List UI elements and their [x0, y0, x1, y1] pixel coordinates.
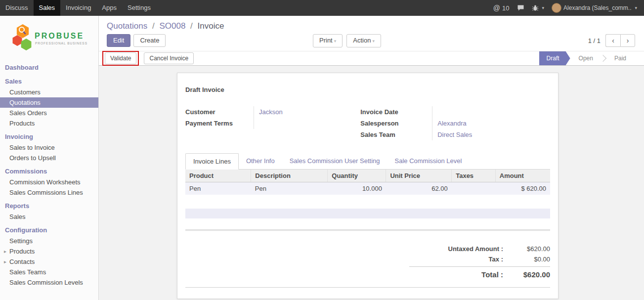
total-label: Total :: [481, 270, 503, 279]
bug-icon: [532, 4, 539, 11]
action-dropdown-button[interactable]: Action▾: [346, 34, 381, 47]
invoice-date-value[interactable]: [432, 106, 550, 118]
chevron-down-icon: ▾: [635, 5, 637, 10]
sidebar-item-settings[interactable]: Settings: [0, 236, 98, 246]
payment-terms-label: Payment Terms: [185, 118, 254, 129]
print-label: Print: [319, 37, 333, 44]
invoice-line-row[interactable]: Pen Pen 10.000 62.00 $ 620.00: [185, 182, 550, 195]
tab-sales-commission-user-setting[interactable]: Sales Commission User Setting: [282, 153, 387, 169]
sidebar-item-label: Contacts: [9, 258, 35, 265]
sidebar-item-reports-sales[interactable]: Sales: [0, 212, 98, 222]
sidebar-heading-reports[interactable]: Reports: [0, 200, 98, 212]
breadcrumb: Quotations / SO008 / Invoice: [107, 21, 224, 31]
sidebar-heading-dashboard[interactable]: Dashboard: [0, 62, 98, 73]
sidebar-item-commission-worksheets[interactable]: Commission Worksheets: [0, 177, 98, 187]
col-quantity[interactable]: Quantity: [328, 170, 386, 182]
sidebar-heading-invoicing[interactable]: Invoicing: [0, 131, 98, 142]
cell-unit-price: 62.00: [386, 182, 452, 195]
pager-next-button[interactable]: ›: [620, 34, 635, 47]
tax-label: Tax :: [489, 256, 503, 263]
sidebar-item-sales-commission-levels[interactable]: Sales Commission Levels: [0, 277, 98, 288]
invoice-date-label: Invoice Date: [360, 106, 432, 118]
sales-team-value[interactable]: Direct Sales: [432, 129, 550, 140]
sidebar-item-sales-commissions-lines[interactable]: Sales Commissions Lines: [0, 187, 98, 198]
empty-row-band: [185, 209, 550, 218]
top-navbar: Discuss Sales Invoicing Apps Settings @ …: [0, 0, 644, 16]
untaxed-amount-value: $620.00: [503, 245, 550, 253]
total-row: Total : $620.00: [409, 266, 550, 280]
breadcrumb-quotations[interactable]: Quotations: [107, 21, 147, 31]
state-draft[interactable]: Draft: [539, 51, 570, 65]
print-dropdown-button[interactable]: Print▾: [313, 34, 343, 47]
tab-sale-commission-level[interactable]: Sale Commission Level: [387, 153, 470, 169]
invoice-sheet: Draft Invoice Customer Jackson Payment T…: [177, 73, 558, 299]
state-paid[interactable]: Paid: [606, 51, 635, 65]
col-taxes[interactable]: Taxes: [452, 170, 496, 182]
cell-taxes: [452, 182, 496, 195]
chat-bubble-icon: [517, 4, 524, 11]
app-menus: Discuss Sales Invoicing Apps Settings: [0, 0, 156, 16]
customer-value[interactable]: Jackson: [254, 106, 360, 118]
validate-button[interactable]: Validate: [105, 52, 136, 64]
sidebar-item-config-contacts[interactable]: ▸ Contacts: [0, 257, 98, 267]
col-product[interactable]: Product: [185, 170, 251, 182]
sidebar-item-customers[interactable]: Customers: [0, 87, 98, 97]
mentions-button[interactable]: @ 10: [493, 4, 510, 12]
edit-button[interactable]: Edit: [107, 34, 130, 47]
logo-hexagon-green: [21, 39, 32, 50]
state-open[interactable]: Open: [570, 51, 601, 65]
col-unit-price[interactable]: Unit Price: [386, 170, 452, 182]
notebook-tabs: Invoice Lines Other Info Sales Commissio…: [185, 153, 550, 170]
annotation-highlight: Validate: [102, 51, 139, 66]
menu-settings[interactable]: Settings: [122, 0, 156, 16]
sidebar-item-quotations[interactable]: Quotations: [0, 97, 98, 108]
tab-invoice-lines[interactable]: Invoice Lines: [185, 153, 239, 170]
chevron-down-icon: ▾: [334, 39, 337, 43]
cell-description: Pen: [251, 182, 328, 195]
sidebar-item-sales-teams[interactable]: Sales Teams: [0, 267, 98, 277]
menu-sales[interactable]: Sales: [34, 0, 61, 16]
totals-block: Untaxed Amount : $620.00 Tax : $0.00 Tot…: [409, 244, 550, 280]
pager: 1 / 1 ‹ ›: [588, 34, 635, 47]
sidebar-item-orders-to-upsell[interactable]: Orders to Upsell: [0, 153, 98, 163]
breadcrumb-so008[interactable]: SO008: [159, 21, 185, 31]
sidebar-nav: Dashboard Sales Customers Quotations Sal…: [0, 62, 98, 288]
sidebar-item-config-products[interactable]: ▸ Products: [0, 246, 98, 257]
section-separator: [185, 229, 550, 231]
menu-discuss[interactable]: Discuss: [0, 0, 34, 16]
salesperson-value[interactable]: Alexandra: [432, 118, 550, 129]
logo-title: PROBUSE: [35, 32, 84, 40]
main-area: Quotations / SO008 / Invoice Edit Create…: [99, 16, 644, 300]
untaxed-amount-label: Untaxed Amount :: [448, 245, 503, 253]
menu-apps[interactable]: Apps: [96, 0, 122, 16]
col-description[interactable]: Description: [251, 170, 328, 182]
tab-other-info[interactable]: Other Info: [239, 153, 282, 169]
debug-menu-button[interactable]: ▾: [532, 4, 545, 11]
sidebar-heading-configuration[interactable]: Configuration: [0, 224, 98, 236]
sidebar-heading-sales[interactable]: Sales: [0, 76, 98, 87]
topbar-systray: @ 10 ▾ Alexandra (Sales_comm.. ▾: [493, 0, 644, 16]
messages-button[interactable]: [517, 4, 524, 11]
sidebar-actions: Print▾ Action▾: [313, 34, 381, 47]
sales-team-label: Sales Team: [360, 129, 432, 140]
pager-previous-button[interactable]: ‹: [605, 34, 620, 47]
statusbar-states: Draft Open Paid: [539, 51, 635, 65]
menu-invoicing[interactable]: Invoicing: [60, 0, 96, 16]
chevron-down-icon: ▾: [372, 39, 375, 43]
cancel-invoice-button[interactable]: Cancel Invoice: [144, 52, 194, 64]
create-button[interactable]: Create: [133, 34, 166, 47]
total-value: $620.00: [503, 270, 550, 279]
invoice-state-title: Draft Invoice: [185, 86, 550, 93]
expand-arrow-icon: ▸: [4, 258, 6, 265]
cell-product: Pen: [185, 182, 251, 195]
user-menu[interactable]: Alexandra (Sales_comm.. ▾: [552, 3, 637, 13]
statusbar: Validate Cancel Invoice Draft Open Paid: [99, 51, 644, 66]
sidebar-heading-commissions[interactable]: Commissions: [0, 166, 98, 177]
sidebar-item-products[interactable]: Products: [0, 118, 98, 129]
sidebar-item-sales-to-invoice[interactable]: Sales to Invoice: [0, 142, 98, 153]
sidebar-item-label: Products: [9, 248, 35, 255]
sidebar-item-sales-orders[interactable]: Sales Orders: [0, 108, 98, 118]
breadcrumb-separator: /: [190, 21, 193, 31]
col-amount[interactable]: Amount: [495, 170, 550, 182]
payment-terms-value[interactable]: [254, 118, 360, 129]
